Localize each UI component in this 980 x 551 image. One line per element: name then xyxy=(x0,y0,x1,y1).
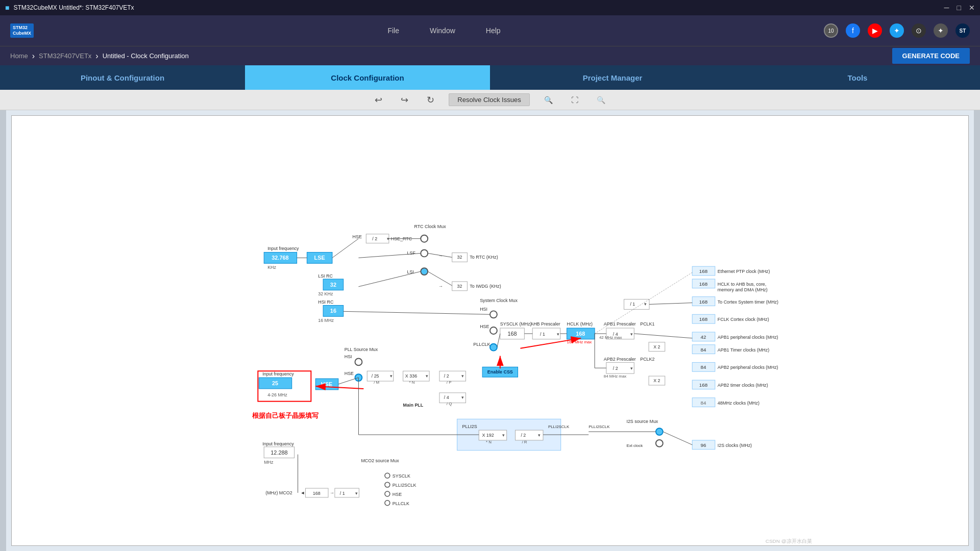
hclk-ahb-label: HCLK to AHB bus, core, xyxy=(718,282,767,287)
close-btn[interactable]: ✕ xyxy=(969,4,975,12)
sys-mux-label: System Clock Mux xyxy=(480,298,518,303)
clock-canvas[interactable]: Input frequency 32.768 KHz LSE LSI RC 32… xyxy=(11,115,969,546)
plli2s-label: PLLI2S xyxy=(462,424,477,429)
facebook-icon[interactable]: f xyxy=(846,23,860,38)
svg-text:▾: ▾ xyxy=(461,373,464,379)
menu-items: File Window Help xyxy=(64,27,824,35)
svg-text:▾: ▾ xyxy=(355,491,358,496)
menu-window[interactable]: Window xyxy=(430,27,455,35)
hse-rtc-label: HSE xyxy=(353,234,362,239)
minimize-btn[interactable]: ─ xyxy=(944,4,949,12)
svg-text:/ 2: / 2 xyxy=(444,373,449,379)
title-text: STM32CubeMX Untitled*: STM32F407VETx xyxy=(13,4,134,11)
apb1-periph-label: APB1 peripheral clocks (MHz) xyxy=(718,335,778,340)
svg-text:32: 32 xyxy=(457,284,462,289)
window-controls[interactable]: ─ □ ✕ xyxy=(944,4,975,12)
svg-text:168: 168 xyxy=(576,331,585,337)
svg-text:SYSCLK: SYSCLK xyxy=(393,473,410,479)
pll-mux-hsi[interactable] xyxy=(355,358,362,365)
zoom-out-button[interactable]: 🔍 xyxy=(593,94,609,106)
resolve-clock-button[interactable]: Resolve Clock Issues xyxy=(449,93,529,106)
tab-clock[interactable]: Clock Configuration xyxy=(245,65,490,90)
sys-mux-hse[interactable] xyxy=(490,327,497,334)
apb1-prescaler-label: APB1 Prescaler xyxy=(604,321,636,327)
svg-text:→: → xyxy=(330,490,334,495)
i2s-mux-plli2s[interactable] xyxy=(656,428,663,435)
svg-text:HSI: HSI xyxy=(345,354,352,359)
hse-unit: 4-26 MHz xyxy=(267,392,287,397)
right-sidebar xyxy=(974,110,980,551)
freq3-unit: MHz xyxy=(264,460,274,465)
svg-text:168: 168 xyxy=(508,331,517,337)
home-breadcrumb[interactable]: Home xyxy=(10,52,28,60)
tab-tools[interactable]: Tools xyxy=(735,65,980,90)
svg-text:▾: ▾ xyxy=(426,373,428,379)
mco2-plli2s-radio[interactable] xyxy=(385,482,390,487)
svg-text:/ 4: / 4 xyxy=(444,395,449,400)
apb2-max-label: 84 MHz max xyxy=(604,374,626,379)
refresh-button[interactable]: ↻ xyxy=(423,93,438,107)
mco2-mux-label: MCO2 source Mux xyxy=(361,458,399,463)
svg-text:16: 16 xyxy=(330,308,336,314)
hse-div2-select[interactable] xyxy=(366,234,389,243)
mco2-pllclk-radio[interactable] xyxy=(385,500,390,506)
svg-text:X 2: X 2 xyxy=(653,378,660,383)
lse-to-mux xyxy=(332,239,359,258)
apb2-select[interactable] xyxy=(606,362,634,373)
svg-text:▾: ▾ xyxy=(502,433,505,438)
youtube-icon[interactable]: ▶ xyxy=(868,23,882,38)
svg-text:168: 168 xyxy=(699,299,708,305)
svg-text:/ M: / M xyxy=(374,380,379,385)
tab-bar: Pinout & Configuration Clock Configurati… xyxy=(0,65,980,90)
svg-text:To IWDG (KHz): To IWDG (KHz) xyxy=(470,284,501,289)
rtc-mux-circle-lsi[interactable] xyxy=(421,268,428,275)
st-icon[interactable]: ST xyxy=(955,23,970,38)
cortex-timer-label: To Cortex System timer (MHz) xyxy=(718,299,778,305)
menu-help[interactable]: Help xyxy=(486,27,501,35)
svg-text:168: 168 xyxy=(313,491,321,496)
network-icon[interactable]: ✦ xyxy=(934,23,948,38)
tab-project[interactable]: Project Manager xyxy=(490,65,735,90)
svg-text:/ 2: / 2 xyxy=(372,236,377,241)
title-bar: ■ STM32CubeMX Untitled*: STM32F407VETx ─… xyxy=(0,0,980,15)
logo: STM32 CubeMX xyxy=(10,23,34,38)
lsi-rc-label: LSI RC xyxy=(318,273,333,279)
mco2-sysclk-radio[interactable] xyxy=(385,473,390,478)
redo-button[interactable]: ↪ xyxy=(397,93,412,107)
svg-text:X 2: X 2 xyxy=(653,344,660,349)
main-area: Input frequency 32.768 KHz LSE LSI RC 32… xyxy=(0,110,980,551)
app-icon: ■ xyxy=(5,4,9,12)
svg-text:84: 84 xyxy=(701,347,707,353)
pclk1-42-label: 42 MHz max xyxy=(599,335,622,340)
rtc-mux-circle-lse[interactable] xyxy=(421,250,428,257)
breadcrumb-bar: Home › STM32F407VETx › Untitled - Clock … xyxy=(0,46,980,65)
version-badge: 10 xyxy=(824,23,838,38)
i2s-mux-ext[interactable] xyxy=(656,440,663,447)
ahb-select[interactable] xyxy=(532,328,560,339)
sys-mux-pll[interactable] xyxy=(490,344,497,351)
left-sidebar xyxy=(0,110,6,551)
rtc-mux-circle-hse[interactable] xyxy=(421,235,428,242)
apb2-prescaler-label: APB2 Prescaler xyxy=(604,357,636,362)
apb1-out-line xyxy=(634,334,692,338)
generate-code-button[interactable]: GENERATE CODE xyxy=(892,48,970,64)
maximize-btn[interactable]: □ xyxy=(957,4,961,12)
apb2-periph-label: APB2 peripheral clocks (MHz) xyxy=(718,365,778,370)
fit-button[interactable]: ⛶ xyxy=(567,94,582,106)
zoom-in-button[interactable]: 🔍 xyxy=(540,94,557,106)
mco2-hse-radio[interactable] xyxy=(385,491,390,496)
tab-pinout[interactable]: Pinout & Configuration xyxy=(0,65,245,90)
twitter-icon[interactable]: ✦ xyxy=(890,23,904,38)
github-icon[interactable]: ⊙ xyxy=(912,23,926,38)
svg-text:▾: ▾ xyxy=(538,433,541,438)
ext-clock-label: Ext clock xyxy=(626,443,643,448)
svg-text:25: 25 xyxy=(272,380,278,386)
svg-text:PLLCLK: PLLCLK xyxy=(473,342,490,347)
undo-button[interactable]: ↩ xyxy=(371,93,386,107)
svg-text:168: 168 xyxy=(699,268,708,274)
menu-file[interactable]: File xyxy=(387,27,399,35)
input-freq-label-3: Input frequency xyxy=(262,441,294,446)
svg-text:▾: ▾ xyxy=(630,332,633,337)
chip-breadcrumb[interactable]: STM32F407VETx xyxy=(39,52,91,60)
sys-mux-hsi[interactable] xyxy=(490,311,497,318)
